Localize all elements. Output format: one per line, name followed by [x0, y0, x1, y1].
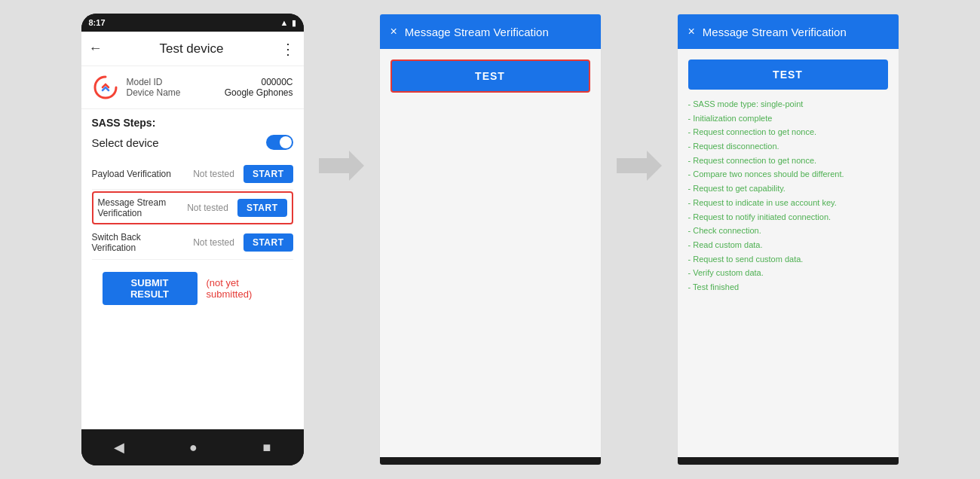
payload-status: Not tested — [193, 169, 234, 179]
log-line: - Request to send custom data. — [688, 252, 888, 267]
select-device-toggle[interactable] — [266, 135, 293, 150]
dialog-close-button-1[interactable]: × — [390, 25, 397, 38]
arrow-2 — [602, 151, 677, 181]
message-stream-label: Message Stream Verification — [98, 197, 182, 218]
back-nav-button[interactable]: ◀ — [114, 439, 124, 456]
select-device-label: Select device — [92, 136, 159, 149]
log-line: - Request to get capability. — [688, 182, 888, 196]
dialog-screen-1: × Message Stream Verification TEST — [379, 14, 602, 465]
log-line: - Verify custom data. — [688, 266, 888, 280]
status-time: 8:17 — [89, 18, 106, 27]
sass-title: SASS Steps: — [92, 117, 293, 129]
back-button[interactable]: ← — [89, 41, 103, 56]
model-row: Model ID 00000C — [127, 77, 293, 87]
device-name-row: Device Name Google Gphones — [127, 87, 293, 98]
status-icons: ▲ ▮ — [280, 18, 296, 28]
dialog-body-1: TEST — [380, 49, 601, 457]
switch-back-status: Not tested — [193, 237, 234, 248]
phone-toolbar: ← Test device ⋮ — [81, 32, 304, 66]
device-name-label: Device Name — [127, 87, 181, 98]
not-submitted-label: (not yet submitted) — [207, 277, 283, 300]
payload-start-button[interactable]: START — [243, 165, 293, 183]
switch-back-label: Switch Back Verification — [92, 232, 188, 253]
device-details: Model ID 00000C Device Name Google Gphon… — [127, 77, 293, 98]
log-line: - Request disconnection. — [688, 139, 888, 154]
test-button-2[interactable]: TEST — [688, 59, 888, 90]
forward-arrow-2 — [617, 151, 662, 181]
submit-result-button[interactable]: SUBMIT RESULT — [103, 272, 198, 305]
battery-icon: ▮ — [292, 18, 296, 28]
log-line: - SASS mode type: single-point — [688, 97, 888, 111]
test-button-1[interactable]: TEST — [390, 59, 590, 93]
device-info: Model ID 00000C Device Name Google Gphon… — [81, 66, 304, 109]
dialog-title-2: Message Stream Verification — [703, 26, 888, 38]
message-stream-verification-row: Message Stream Verification Not tested S… — [92, 191, 293, 224]
message-stream-start-button[interactable]: START — [237, 199, 287, 217]
status-bar: 8:17 ▲ ▮ — [81, 14, 304, 32]
log-line: - Request to notify initiated connection… — [688, 210, 888, 224]
svg-marker-1 — [617, 151, 662, 181]
model-label: Model ID — [127, 77, 163, 87]
log-line: - Request connection to get nonce. — [688, 154, 888, 168]
brand-logo — [92, 74, 119, 101]
log-line: - Request connection to get nonce. — [688, 125, 888, 139]
phone-screen-1: 8:17 ▲ ▮ ← Test device ⋮ Model ID 00000C — [81, 14, 304, 465]
log-line: - Read custom data. — [688, 238, 888, 252]
wifi-icon: ▲ — [280, 18, 289, 27]
dialog-footer-2 — [678, 457, 899, 465]
submit-row: SUBMIT RESULT (not yet submitted) — [92, 260, 293, 317]
dialog-header-1: × Message Stream Verification — [380, 14, 601, 49]
log-line: - Request to indicate in use account key… — [688, 196, 888, 210]
dialog-header-2: × Message Stream Verification — [678, 14, 899, 49]
phone-nav-bar: ◀ ● ■ — [81, 429, 304, 465]
sass-section: SASS Steps: Select device Payload Verifi… — [81, 109, 304, 325]
dialog-screen-2: × Message Stream Verification TEST - SAS… — [677, 14, 899, 465]
forward-arrow-1 — [319, 151, 364, 181]
log-line: - Initialization complete — [688, 111, 888, 126]
message-stream-status: Not tested — [187, 203, 228, 213]
log-line: - Test finished — [688, 280, 888, 294]
select-device-row: Select device — [92, 135, 293, 150]
dialog-title-1: Message Stream Verification — [405, 26, 590, 38]
payload-label: Payload Verification — [92, 169, 188, 179]
recent-nav-button[interactable]: ■ — [262, 440, 271, 456]
more-options-button[interactable]: ⋮ — [280, 40, 296, 58]
dialog-footer-1 — [380, 457, 601, 465]
phone-content: ← Test device ⋮ Model ID 00000C Device N… — [81, 32, 304, 429]
switch-back-start-button[interactable]: START — [243, 233, 293, 252]
arrow-1 — [304, 151, 379, 181]
switch-back-verification-row: Switch Back Verification Not tested STAR… — [92, 226, 293, 260]
payload-verification-row: Payload Verification Not tested START — [92, 159, 293, 190]
svg-marker-0 — [319, 151, 364, 181]
log-line: - Check connection. — [688, 224, 888, 238]
log-line: - Compare two nonces should be different… — [688, 167, 888, 182]
model-value: 00000C — [261, 77, 292, 87]
toolbar-title: Test device — [159, 41, 223, 56]
home-nav-button[interactable]: ● — [189, 440, 198, 456]
dialog-close-button-2[interactable]: × — [688, 25, 695, 38]
result-log: - SASS mode type: single-point- Initiali… — [688, 97, 888, 294]
device-name-value: Google Gphones — [225, 87, 293, 98]
dialog-body-2: TEST - SASS mode type: single-point- Ini… — [678, 49, 899, 457]
